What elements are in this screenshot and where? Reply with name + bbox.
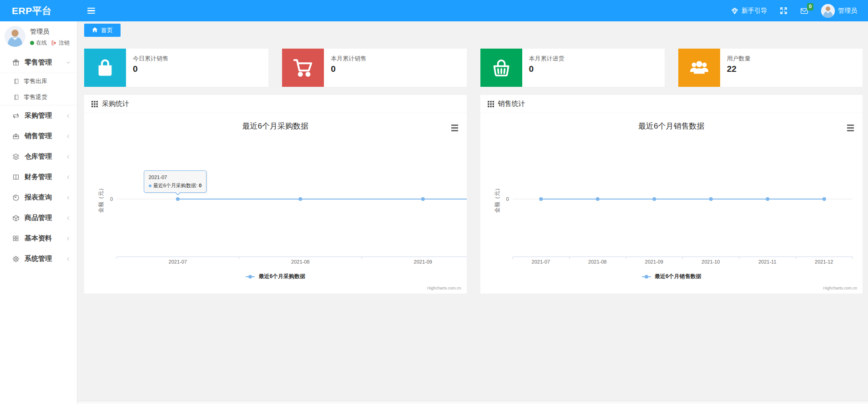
tooltip-series: 最近6个月采购数据: 0	[153, 182, 202, 189]
gift-icon	[12, 59, 20, 66]
sidebar-user-panel: 管理员 在线 注销	[0, 21, 77, 52]
tab-home-label: 首页	[101, 26, 113, 35]
sidebar-item-label: 商品管理	[25, 214, 52, 222]
user-name: 管理员	[30, 28, 70, 36]
chart-context-menu-icon[interactable]	[846, 123, 855, 133]
user-avatar[interactable]	[5, 26, 25, 47]
sidebar-item-label: 财务管理	[25, 173, 52, 181]
chart-tooltip: 2021-07最近6个月采购数据: 0	[144, 170, 207, 193]
chart-x-tick: 2021-09	[414, 259, 432, 264]
sidebar-toggle-icon[interactable]	[85, 5, 98, 17]
chevron-left-icon	[66, 154, 71, 160]
basket-icon	[480, 49, 522, 87]
navbar-right: 新手引导 0 管理员	[731, 4, 868, 18]
chart-panel: 采购统计 最近6个月采购数据 金额（元） 最近6个月采购数据 Highchart…	[84, 95, 467, 294]
chart-legend-label: 最近6个月销售数据	[655, 273, 701, 280]
chart-panels-row: 采购统计 最近6个月采购数据 金额（元） 最近6个月采购数据 Highchart…	[77, 87, 868, 294]
highcharts-credits[interactable]: Highcharts.com.cn	[823, 286, 857, 290]
grid9-icon	[91, 101, 98, 107]
sidebar-submenu-item[interactable]: 零售出库	[0, 73, 77, 89]
sidebar-item-grid[interactable]: 基本资料	[0, 228, 77, 249]
chart-x-tick: 2021-07	[532, 259, 550, 264]
chart-legend-label: 最近6个月采购数据	[258, 273, 305, 280]
chart-y-axis-title: 金额（元）	[493, 185, 501, 213]
sidebar: 管理员 在线 注销 零售管理 零售出库 零售退货 采	[0, 21, 77, 404]
sidebar-item-label: 仓库管理	[25, 152, 52, 161]
stat-card: 本月累计销售 0	[282, 49, 466, 87]
message-badge: 0	[807, 3, 813, 10]
main-content: 首页 今日累计销售 0 本月累计销售 0 本月累计进货 0 用户数量 22	[77, 21, 868, 404]
chevron-left-icon	[66, 215, 71, 221]
panel-title: 销售统计	[498, 100, 525, 108]
stat-card-value: 22	[727, 64, 751, 74]
user-menu[interactable]: 管理员	[821, 4, 857, 18]
sidebar-item-box[interactable]: 商品管理	[0, 208, 77, 228]
username-label: 管理员	[838, 7, 857, 15]
file-icon	[13, 94, 20, 100]
chart-title: 最近6个月销售数据	[480, 121, 863, 131]
sidebar-submenu: 零售出库 零售退货	[0, 73, 77, 105]
logout-icon	[51, 40, 57, 46]
stat-card-label: 用户数量	[727, 55, 751, 63]
messages-button[interactable]: 0	[800, 7, 808, 15]
chart-context-menu-icon[interactable]	[450, 123, 459, 133]
online-status: 在线	[36, 39, 47, 47]
stat-card-label: 今日累计销售	[133, 55, 168, 63]
chart-legend[interactable]: 最近6个月销售数据	[480, 273, 863, 280]
sidebar-item-gift[interactable]: 零售管理	[0, 52, 77, 73]
repeat-icon	[12, 112, 20, 120]
diamond-icon	[731, 7, 738, 15]
chevron-left-icon	[66, 236, 71, 241]
app-brand[interactable]: ERP平台	[0, 5, 52, 17]
sidebar-item-label: 零售管理	[25, 58, 52, 67]
sidebar-item-layers[interactable]: 仓库管理	[0, 146, 77, 167]
tab-home[interactable]: 首页	[84, 24, 121, 37]
bottom-scrollbar-track[interactable]	[77, 401, 868, 404]
book-icon	[12, 174, 20, 181]
chart-x-tick: 2021-07	[169, 259, 187, 264]
tab-bar: 首页	[77, 21, 868, 39]
gear-icon	[12, 255, 20, 263]
stat-card: 本月累计进货 0	[480, 49, 665, 87]
home-icon	[92, 27, 98, 34]
logout-link[interactable]: 注销	[59, 39, 70, 47]
chart-y-tick: 0	[110, 196, 113, 202]
grid-icon	[12, 235, 20, 242]
chevron-left-icon	[66, 256, 71, 262]
stat-card-value: 0	[331, 64, 366, 74]
tooltip-value: 0	[199, 183, 202, 188]
chart-area: 最近6个月销售数据 金额（元） 最近6个月销售数据 Highcharts.com…	[480, 113, 863, 294]
stat-card-label: 本月累计销售	[331, 55, 366, 63]
chart-area: 最近6个月采购数据 金额（元） 最近6个月采购数据 Highcharts.com…	[84, 113, 467, 294]
fullscreen-button[interactable]	[780, 7, 787, 15]
bag-icon	[84, 49, 126, 87]
chart-title: 最近6个月采购数据	[84, 121, 467, 131]
chart-x-tick: 2021-08	[291, 259, 309, 264]
layers-icon	[12, 153, 20, 160]
sidebar-item-gear[interactable]: 系统管理	[0, 249, 77, 269]
stat-cards-row: 今日累计销售 0 本月累计销售 0 本月累计进货 0 用户数量 22	[77, 39, 868, 87]
stat-card-label: 本月累计进货	[529, 55, 565, 63]
chart-x-tick: 2021-12	[815, 259, 833, 264]
tooltip-category: 2021-07	[149, 175, 202, 180]
sidebar-item-briefcase[interactable]: 销售管理	[0, 126, 77, 146]
chart-legend[interactable]: 最近6个月采购数据	[84, 273, 467, 280]
file-icon	[13, 78, 20, 85]
sidebar-item-label: 基本资料	[25, 234, 52, 243]
sidebar-item-book[interactable]: 财务管理	[0, 167, 77, 187]
sidebar-item-label: 报表查询	[25, 193, 52, 202]
chevron-left-icon	[66, 175, 71, 180]
stat-card: 用户数量 22	[678, 49, 863, 87]
sidebar-item-label: 销售管理	[25, 132, 52, 140]
stat-card: 今日累计销售 0	[84, 49, 268, 87]
sidebar-subitem-label: 零售退货	[24, 93, 47, 101]
grid9-icon	[488, 101, 494, 107]
fullscreen-icon	[780, 7, 787, 15]
highcharts-credits[interactable]: Highcharts.com.cn	[427, 286, 461, 290]
sidebar-item-repeat[interactable]: 采购管理	[0, 105, 77, 126]
sidebar-item-pie[interactable]: 报表查询	[0, 187, 77, 208]
guide-link[interactable]: 新手引导	[731, 7, 767, 15]
stat-card-value: 0	[133, 64, 168, 74]
panel-title: 采购统计	[102, 100, 129, 108]
sidebar-submenu-item[interactable]: 零售退货	[0, 89, 77, 105]
